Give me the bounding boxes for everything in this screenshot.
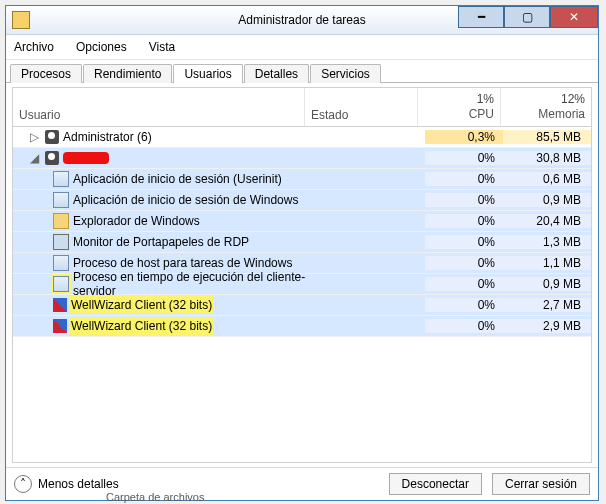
- wellwizard-icon: [53, 298, 67, 312]
- tab-rendimiento[interactable]: Rendimiento: [83, 64, 172, 83]
- minimize-button[interactable]: ━: [458, 6, 504, 28]
- window-controls: ━ ▢ ✕: [458, 6, 598, 28]
- background-remnant-text: Carpeta de archivos: [106, 491, 204, 503]
- process-row[interactable]: Proceso en tiempo de ejecución del clien…: [13, 274, 591, 295]
- titlebar[interactable]: Administrador de tareas ━ ▢ ✕: [6, 6, 598, 35]
- user-name: Administrator (6): [63, 130, 152, 144]
- menu-opciones[interactable]: Opciones: [72, 39, 131, 55]
- footer: ˄ Menos detalles Desconectar Cerrar sesi…: [6, 467, 598, 500]
- monitor-icon: [53, 234, 69, 250]
- cell-cpu: 0,3%: [425, 130, 503, 144]
- app-icon: [53, 192, 69, 208]
- wellwizard-icon: [53, 319, 67, 333]
- menu-vista[interactable]: Vista: [145, 39, 179, 55]
- process-row[interactable]: Explorador de Windows 0% 20,4 MB: [13, 211, 591, 232]
- col-memoria[interactable]: 12% Memoria: [501, 88, 591, 126]
- column-headers: Usuario Estado 1% CPU 12% Memoria: [13, 88, 591, 127]
- user-row-redacted[interactable]: ◢ 0% 30,8 MB: [13, 148, 591, 169]
- app-icon: [53, 255, 69, 271]
- disconnect-button[interactable]: Desconectar: [389, 473, 482, 495]
- chevron-up-icon: ˄: [14, 475, 32, 493]
- folder-icon: [53, 213, 69, 229]
- cell-mem: 85,5 MB: [503, 130, 591, 144]
- fewer-details-toggle[interactable]: ˄ Menos detalles: [14, 475, 119, 493]
- menubar: Archivo Opciones Vista: [6, 35, 598, 60]
- cell-cpu: 0%: [425, 151, 503, 165]
- redacted-name: [63, 152, 109, 164]
- maximize-button[interactable]: ▢: [504, 6, 550, 28]
- user-row-administrator[interactable]: ▷ Administrator (6) 0,3% 85,5 MB: [13, 127, 591, 148]
- tabs: Procesos Rendimiento Usuarios Detalles S…: [6, 60, 598, 83]
- app-icon: [53, 171, 69, 187]
- user-icon: [45, 151, 59, 165]
- app-icon: [53, 276, 69, 292]
- grid: Usuario Estado 1% CPU 12% Memoria ▷ Admi…: [12, 87, 592, 463]
- col-usuario[interactable]: Usuario: [13, 88, 305, 126]
- tab-detalles[interactable]: Detalles: [244, 64, 309, 83]
- tab-usuarios[interactable]: Usuarios: [173, 64, 242, 83]
- process-row[interactable]: Monitor de Portapapeles de RDP 0% 1,3 MB: [13, 232, 591, 253]
- process-row[interactable]: Aplicación de inicio de sesión (Userinit…: [13, 169, 591, 190]
- close-button[interactable]: ✕: [550, 6, 598, 28]
- process-row-wellwizard[interactable]: WellWizard Client (32 bits) 0% 2,9 MB: [13, 316, 591, 337]
- user-icon: [45, 130, 59, 144]
- rows-container: ▷ Administrator (6) 0,3% 85,5 MB ◢ 0% 30…: [13, 127, 591, 462]
- tab-procesos[interactable]: Procesos: [10, 64, 82, 83]
- col-cpu[interactable]: 1% CPU: [418, 88, 501, 126]
- menu-archivo[interactable]: Archivo: [10, 39, 58, 55]
- expand-icon[interactable]: ▷: [27, 130, 41, 144]
- process-row-wellwizard[interactable]: WellWizard Client (32 bits) 0% 2,7 MB: [13, 295, 591, 316]
- col-estado[interactable]: Estado: [305, 88, 418, 126]
- tab-servicios[interactable]: Servicios: [310, 64, 381, 83]
- task-manager-window: Administrador de tareas ━ ▢ ✕ Archivo Op…: [5, 5, 599, 501]
- sign-out-button[interactable]: Cerrar sesión: [492, 473, 590, 495]
- process-row[interactable]: Aplicación de inicio de sesión de Window…: [13, 190, 591, 211]
- collapse-icon[interactable]: ◢: [27, 151, 41, 165]
- cell-mem: 30,8 MB: [503, 151, 591, 165]
